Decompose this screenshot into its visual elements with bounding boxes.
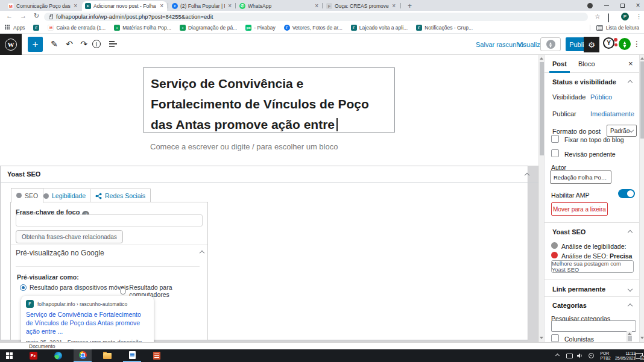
- bookmark-lajeado[interactable]: F Lajeado volta a apli...: [351, 25, 408, 31]
- bookmark-notificacoes[interactable]: F Notificações - Grup...: [416, 25, 473, 31]
- google-preview-section-header[interactable]: Pré-visualização no Google: [16, 249, 204, 257]
- tab-creas[interactable]: F Ouça: CREAS promove ação em ×: [323, 1, 399, 11]
- tab-wordpress-editor[interactable]: F Adicionar novo post - Folha Popu ×: [82, 1, 167, 11]
- wordpress-logo-button[interactable]: W: [0, 34, 22, 55]
- new-tab-button[interactable]: +: [408, 2, 412, 10]
- close-window-button[interactable]: ×: [631, 0, 644, 11]
- bookmark-materias[interactable]: + Matérias Folha Pop...: [114, 25, 171, 31]
- details-info-button[interactable]: i: [92, 40, 101, 48]
- taskbar-orange-app[interactable]: [148, 349, 166, 362]
- tab-facebook[interactable]: f (2) Folha Popular | Facebook ×: [169, 1, 235, 11]
- apps-shortcut[interactable]: Apps: [5, 25, 25, 31]
- yoast-section-title[interactable]: Yoast SEO: [552, 228, 586, 236]
- tab-close-icon[interactable]: ×: [227, 3, 232, 9]
- bookmark-freepik[interactable]: F Vetores, Fotos de ar...: [284, 25, 343, 31]
- sticky-checkbox[interactable]: [551, 135, 559, 143]
- reading-list-button[interactable]: Lista de leitura: [590, 25, 639, 31]
- taskbar-file-explorer[interactable]: [98, 349, 116, 362]
- status-visibility-title[interactable]: Status e visibilidade: [552, 78, 616, 86]
- publish-date-value-link[interactable]: Imediatamente: [590, 110, 634, 117]
- taskbar-chrome[interactable]: [74, 349, 92, 362]
- gmail-favicon-icon: M: [8, 3, 14, 9]
- save-draft-button[interactable]: Salvar rascunho: [476, 41, 524, 48]
- sidebar-tab-block[interactable]: Bloco: [578, 60, 595, 67]
- expand-section-icon[interactable]: [628, 287, 633, 292]
- profile-avatar[interactable]: P: [621, 13, 629, 20]
- address-bar[interactable]: folhapopular.info/wp-admin/post.php?post…: [44, 13, 588, 21]
- back-button[interactable]: ←: [6, 12, 13, 19]
- collapse-panel-icon[interactable]: [525, 173, 528, 178]
- edit-mode-pencil-icon[interactable]: ✎: [48, 38, 60, 50]
- visibility-value-link[interactable]: Público: [590, 93, 612, 101]
- post-title-block[interactable]: Serviço de Convivência e Fortalecimento …: [143, 67, 395, 133]
- bookmark-diagramacao[interactable]: + Diagramação de pá...: [180, 25, 237, 31]
- browser-menu-icon[interactable]: ⋮: [636, 13, 642, 20]
- collapse-section-icon[interactable]: [628, 304, 633, 308]
- categories-section-title[interactable]: Categorias: [552, 302, 587, 309]
- editor-options-menu-icon[interactable]: ⋮: [633, 40, 640, 48]
- improve-post-button[interactable]: Melhore sua postagem com Yoast SEO: [551, 260, 634, 273]
- category-checkbox[interactable]: [551, 334, 559, 342]
- yoast-tab-seo[interactable]: SEO: [11, 188, 43, 203]
- taskbar-edge[interactable]: [49, 349, 67, 362]
- close-sidebar-icon[interactable]: ×: [628, 59, 633, 68]
- focus-keyphrase-input[interactable]: [16, 214, 203, 226]
- bookmark-pixabay[interactable]: px - Pixabay: [245, 25, 275, 31]
- yoast-panel-header[interactable]: Yoast SEO: [0, 166, 528, 183]
- radio-mobile-result[interactable]: Resultado para dispositivos móveis: [20, 284, 129, 291]
- jetpack-button[interactable]: [619, 38, 631, 50]
- yoast-tab-readability[interactable]: Legibilidade: [38, 189, 91, 203]
- yoast-tab-social[interactable]: Redes Sociais: [90, 189, 151, 203]
- move-to-trash-button[interactable]: Mover para a lixeira: [551, 202, 608, 216]
- category-list-scrollbar[interactable]: [627, 331, 632, 342]
- amp-toolbar-button[interactable]: [540, 37, 561, 51]
- list-view-button[interactable]: [107, 38, 119, 50]
- tab-close-icon[interactable]: ×: [314, 3, 319, 9]
- tray-network-icon[interactable]: [564, 349, 575, 362]
- scrollbar-thumb[interactable]: [640, 61, 644, 139]
- paragraph-placeholder[interactable]: Comece a escrever ou digite / para escol…: [150, 142, 338, 151]
- tab-gmail[interactable]: M Comunicação Poço das Antas - S ×: [5, 1, 81, 11]
- browser-update-icon[interactable]: [582, 0, 597, 11]
- editor-scrollbar[interactable]: [538, 55, 544, 342]
- minimize-button[interactable]: [599, 0, 614, 11]
- author-select[interactable]: Redação Folha Popular: [550, 170, 611, 184]
- add-block-button[interactable]: +: [28, 37, 43, 52]
- post-format-select[interactable]: Padrão: [607, 125, 637, 137]
- tray-onedrive-icon[interactable]: [586, 349, 596, 362]
- amp-toggle[interactable]: [618, 189, 635, 198]
- forward-button[interactable]: →: [20, 12, 27, 19]
- collapse-section-icon[interactable]: [628, 230, 633, 235]
- scrollbar-thumb[interactable]: [540, 62, 544, 155]
- yoast-toolbar-button[interactable]: Y: [603, 37, 616, 51]
- collapse-section-icon[interactable]: [628, 80, 633, 85]
- chrome-icon: [79, 351, 87, 359]
- pending-review-checkbox[interactable]: [551, 149, 559, 157]
- sidebar-tab-post[interactable]: Post: [552, 60, 567, 67]
- snippet-breadcrumb: folhapopular.info › rascunho-automatico: [37, 301, 127, 307]
- bookmark-inbox[interactable]: M Caixa de entrada (1...: [48, 25, 106, 31]
- search-categories-input[interactable]: [551, 320, 636, 332]
- notification-center-button[interactable]: 1: [634, 349, 644, 362]
- settings-gear-button[interactable]: ⚙: [584, 37, 599, 52]
- taskbar-filezilla[interactable]: Fz: [24, 349, 42, 362]
- tray-language-indicator[interactable]: PORPTB2: [597, 349, 614, 362]
- maximize-button[interactable]: [615, 0, 630, 11]
- tab-close-icon[interactable]: ×: [159, 3, 164, 9]
- undo-button[interactable]: ↶: [63, 38, 75, 50]
- tray-volume-icon[interactable]: [575, 349, 585, 362]
- tab-whatsapp[interactable]: ✆ WhatsApp ×: [236, 1, 322, 11]
- bookmark-star-icon[interactable]: ☆: [595, 13, 601, 20]
- tab-close-icon[interactable]: ×: [391, 3, 396, 9]
- reload-button[interactable]: ↻: [34, 12, 39, 20]
- start-button[interactable]: [0, 349, 18, 362]
- tab-close-icon[interactable]: ×: [73, 3, 78, 9]
- related-keyphrases-button[interactable]: Obtenha frases-chave relacionadas: [16, 230, 123, 243]
- tray-hidden-icons[interactable]: [552, 349, 563, 362]
- bookmark-folha-icononly[interactable]: F: [33, 25, 39, 31]
- sidebar-scrollbar[interactable]: [639, 55, 644, 342]
- taskbar-word-document[interactable]: [123, 349, 141, 362]
- permalink-section-title[interactable]: Link permanente: [552, 286, 605, 293]
- url-text[interactable]: folhapopular.info/wp-admin/post.php?post…: [56, 13, 213, 20]
- redo-button[interactable]: ↷: [78, 38, 90, 50]
